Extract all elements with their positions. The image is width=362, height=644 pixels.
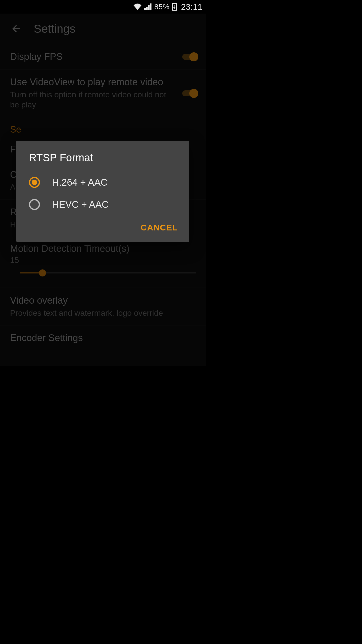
dialog-actions: CANCEL [16, 216, 189, 240]
svg-rect-1 [174, 3, 175, 4]
wifi-icon [133, 3, 142, 10]
radio-checked-icon [29, 177, 40, 188]
battery-charging-icon [172, 3, 177, 11]
dialog-title: RTSP Format [16, 141, 189, 171]
dialog-option-label: H.264 + AAC [52, 177, 108, 188]
settings-page: Settings Display FPS Use VideoView to pl… [0, 14, 206, 366]
dialog-option-hevc[interactable]: HEVC + AAC [16, 193, 189, 216]
clock-text: 23:11 [181, 2, 202, 12]
battery-percent-text: 85% [154, 3, 169, 11]
radio-unchecked-icon [29, 199, 40, 210]
signal-icon [144, 3, 152, 10]
status-bar: 85% 23:11 [0, 0, 206, 14]
rtsp-format-dialog: RTSP Format H.264 + AAC HEVC + AAC CANCE… [16, 141, 189, 242]
dialog-option-label: HEVC + AAC [52, 199, 109, 210]
cancel-button[interactable]: CANCEL [141, 223, 178, 232]
dialog-option-h264[interactable]: H.264 + AAC [16, 171, 189, 193]
